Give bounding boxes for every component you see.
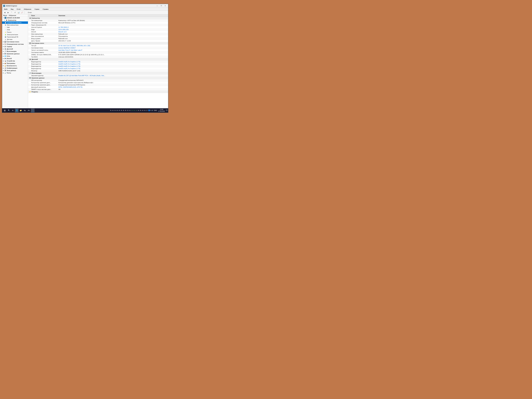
num-13: 11 [135, 110, 137, 111]
sidebar-item-motherboard[interactable]: ▶ 🔲 Системная плата [2, 41, 28, 43]
up-button[interactable]: ⌃ [10, 11, 13, 14]
table-row[interactable]: DirectXDirectX 12.0 [28, 31, 168, 33]
chart-button[interactable]: 📊 [17, 11, 20, 14]
explorer-taskbar-icon[interactable]: 📁 [19, 108, 23, 112]
sidebar-item-compname[interactable]: 🖥 Имя компьютера [2, 24, 28, 26]
table-row[interactable]: IDE-контроллерСтандартный контроллер SAT… [28, 79, 168, 82]
sidebar-item-overclock[interactable]: ⚡ Разгон [2, 31, 28, 33]
table-row[interactable]: Тип компьютераКомпьютер с ACPI на базе x… [28, 19, 168, 22]
table-row[interactable]: Дисковый накопительINTEL SSDPEKNW512GZL … [28, 86, 168, 88]
sidebar-item-os[interactable]: ▶ 🪟 Операционная система [2, 43, 28, 45]
table-row[interactable]: Системная память16108 МБ (DDR4 SDRAM) [28, 51, 168, 54]
sidebar-item-aida64[interactable]: ▼ 64 AIDA64 v6.90.6500 [2, 17, 28, 19]
sidebar-item-summary[interactable]: 📋 Суммарная информа... [2, 21, 28, 24]
minimize-button[interactable]: — [155, 5, 159, 7]
sidebar-item-ipmi[interactable]: 📄 IPMI [2, 29, 28, 31]
start-button[interactable]: ⊞ [3, 108, 7, 112]
sidebar-item-dmi[interactable]: 📄 DMI [2, 26, 28, 29]
sidebar-item-portable[interactable]: 💻 Портативный ПК [2, 36, 28, 38]
sidebar-item-directx[interactable]: ▶ 🎮 DirectX [2, 57, 28, 60]
sidebar-item-computer[interactable]: ▼ 🖥 Компьютер [2, 19, 28, 21]
table-row[interactable]: Вход в доменРабочий стол [28, 38, 168, 40]
sidebar-item-devices[interactable]: ▶ 🔌 Устройства [2, 60, 28, 62]
table-row[interactable]: Имя компьютераРабочий стол [28, 33, 168, 35]
sidebar-item-config[interactable]: ▶ ⚙ Конфигурация [2, 67, 28, 69]
aida64-taskbar-icon[interactable]: 64 [31, 108, 35, 112]
sidebar-favorites-label[interactable]: Избранное [9, 15, 16, 16]
sidebar-item-storage[interactable]: ▶ 💾 Хранение данных [2, 52, 28, 55]
graph-button[interactable]: 📈 [20, 11, 23, 14]
xbox-taskbar-icon[interactable]: 🎮 [27, 108, 31, 112]
table-row[interactable]: Пакет обновления ОС- [28, 24, 168, 26]
table-value-cell: Компьютер с ACPI на базе x64 (Mobile) [57, 19, 168, 22]
toolbar: ◀ ▶ ⌃ ↺ 📊 📈 Отчёт [2, 11, 168, 14]
table-row[interactable]: Чипсет системной платыIntel Alder Point-… [28, 49, 168, 51]
table-row[interactable]: Контроллер хранения данн...Стандартный к… [28, 84, 168, 86]
table-row[interactable]: Тип BIOSUnknown (03/15/2023) [28, 56, 168, 58]
sidebar-item-programs[interactable]: ▶ 📦 Программы [2, 62, 28, 64]
table-row[interactable]: Операционная системаMicrosoft Windows 10… [28, 22, 168, 24]
num-15: 35 [140, 110, 141, 111]
menu-view[interactable]: Вид [10, 8, 14, 10]
table-row[interactable]: Internet Explorer11.789.19041.0 [28, 26, 168, 28]
table-row[interactable]: ВидеоадаптерIntel(R) Iris(R) Xe Graphics… [28, 67, 168, 70]
sidebar-item-display[interactable]: ▶ 🖥 Дисплей [2, 48, 28, 50]
clock[interactable]: 13:00 17.08.2023 [158, 109, 165, 112]
sidebar-item-security[interactable]: ▶ 🔒 Безопасность [2, 64, 28, 67]
menu-report[interactable]: Отчёт [16, 8, 21, 10]
table-field-cell: Тип компьютера [28, 19, 57, 22]
table-row[interactable]: ВидеоадаптерIntel(R) Iris(R) Xe Graphics… [28, 65, 168, 67]
search-button[interactable]: 🔍 [7, 108, 11, 112]
num-5: 35 [118, 110, 120, 111]
sidebar-item-sensors[interactable]: 🌡 Датчики [2, 38, 28, 41]
refresh-button[interactable]: ↺ [13, 11, 17, 14]
taskview-button[interactable]: ⧉ [11, 108, 15, 112]
sys-tray-numbers: 35 34 34 36 35 35 36 36 33 41 11 11 11 3… [110, 110, 148, 111]
sidebar-item-multimedia[interactable]: ▶ 🎵 Мультимедиа [2, 50, 28, 52]
taskbar-right: 35 34 34 36 35 35 36 36 33 41 11 11 11 3… [110, 109, 168, 112]
sidebar-menu-label[interactable]: Меню [3, 15, 7, 16]
close-button[interactable]: ✕ [163, 5, 167, 7]
table-row[interactable]: Имя пользователяПользователь [28, 35, 168, 38]
table-row[interactable]: Тип ЦП2C+8c Intel Core i5-1235U, 4000 MH… [28, 44, 168, 47]
table-row[interactable]: SMART-статус жестких диск...OK [28, 88, 168, 91]
table-row[interactable]: Дата / Время2023-08-17 / 12:59 [28, 40, 168, 42]
table-field-cell: Пакет обновления ОС [28, 24, 57, 26]
maximize-button[interactable]: ❐ [159, 5, 163, 7]
table-section-row: 💾Хранение данных [28, 77, 168, 79]
sidebar-item-power[interactable]: 🔋 Электропитание [2, 33, 28, 36]
table-row[interactable]: DIMM1: SK hynix HMAA1GS6...8 ГБ DDR4-320… [28, 54, 168, 56]
clock-date: 17.08.2023 [158, 110, 165, 112]
table-row[interactable]: МониторCMN N156HCA-EAC [15.6" LCD] [28, 70, 168, 72]
num-14: 34 [138, 110, 139, 111]
sidebar-item-database[interactable]: ▶ 🗄 База данных [2, 69, 28, 72]
back-button[interactable]: ◀ [3, 11, 6, 14]
store-taskbar-icon[interactable]: 🛍 [23, 108, 27, 112]
edge-taskbar-icon[interactable]: 🌐 [15, 108, 19, 112]
table-section-row: 🖥Компьютер [28, 17, 168, 19]
menu-help[interactable]: Справка [42, 8, 49, 10]
table-row[interactable]: Edge115.0.1901.203 [28, 28, 168, 31]
table-value-cell: Unknown (03/15/2023) [57, 56, 168, 58]
table-field-cell: IDE-контроллер [28, 79, 57, 82]
forward-button[interactable]: ▶ [7, 11, 10, 14]
table-field-cell: Дисковый накопитель [28, 86, 57, 88]
sidebar-item-network[interactable]: ▶ 🌐 Сеть [2, 55, 28, 57]
sidebar-item-tests[interactable]: ▶ 📊 Тесты [2, 72, 28, 74]
menu-service[interactable]: Сервис [34, 8, 40, 10]
notification-icon[interactable]: 🗨 [166, 109, 168, 111]
title-bar: 64 AIDA64 Engineer — ❐ ✕ [2, 4, 168, 8]
table-field-cell: DIMM1: SK hynix HMAA1GS6... [28, 54, 57, 56]
table-row[interactable]: Контроллер хранения данн...Контроллер ди… [28, 82, 168, 84]
sidebar: Меню Избранное ▼ 64 AIDA64 v6.90.6500 ▼ … [2, 14, 28, 108]
lang-indicator[interactable]: ENG [153, 110, 158, 111]
table-value-cell: 115.0.1901.203 [57, 28, 168, 31]
table-row[interactable]: ВидеоадаптерIntel(R) Iris(R) Xe Graphics… [28, 63, 168, 65]
menu-file[interactable]: Файл [3, 8, 8, 10]
table-field-cell: Вход в домен [28, 38, 57, 40]
table-row[interactable]: ВидеоадаптерIntel(R) Iris(R) Xe Graphics… [28, 61, 168, 63]
table-row[interactable]: Системная платаLenovo IdeaPad 3 15IAU7 [28, 47, 168, 49]
menu-favorites[interactable]: Избранное [23, 8, 32, 10]
table-row[interactable]: Звуковой адаптерRealtek ALC257 @ Intel A… [28, 75, 168, 77]
sidebar-item-server[interactable]: ▶ 🖧 Сервер [2, 45, 28, 48]
